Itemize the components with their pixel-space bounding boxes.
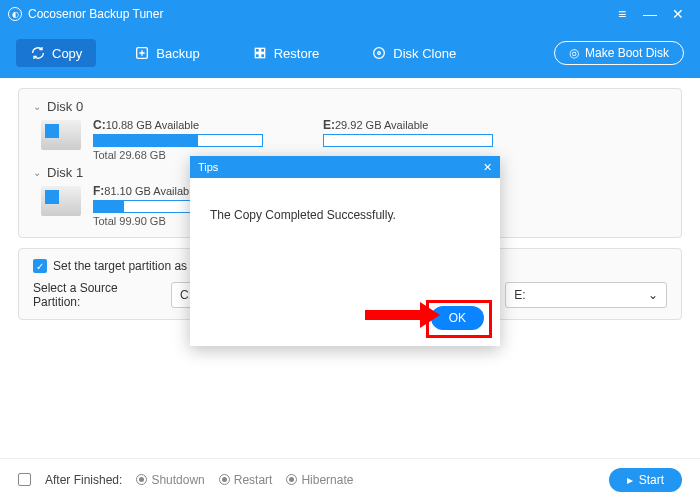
title-bar: ◐ Cocosenor Backup Tuner ≡ — ✕ xyxy=(0,0,700,28)
diskclone-tab[interactable]: Disk Clone xyxy=(357,39,470,67)
chevron-down-icon: ⌄ xyxy=(648,288,658,302)
after-finished-label: After Finished: xyxy=(45,473,122,487)
hibernate-label: Hibernate xyxy=(301,473,353,487)
ok-label: OK xyxy=(449,311,466,325)
windows-icon xyxy=(45,190,59,204)
usage-bar xyxy=(93,134,263,147)
dialog-title: Tips xyxy=(198,161,218,173)
main-toolbar: Copy Backup Restore Disk Clone ◎ Make Bo… xyxy=(0,28,700,78)
make-boot-disk-button[interactable]: ◎ Make Boot Disk xyxy=(554,41,684,65)
restart-radio[interactable]: Restart xyxy=(219,473,273,487)
play-icon: ▸ xyxy=(627,473,633,487)
svg-rect-1 xyxy=(255,48,259,52)
svg-point-6 xyxy=(378,52,381,55)
tips-dialog: Tips ✕ The Copy Completed Successfully. … xyxy=(190,156,500,346)
drive-letter: F: xyxy=(93,184,104,198)
svg-rect-2 xyxy=(260,48,264,52)
hibernate-radio[interactable]: Hibernate xyxy=(286,473,353,487)
chevron-down-icon: ⌄ xyxy=(33,101,41,112)
copy-tab[interactable]: Copy xyxy=(16,39,96,67)
disc-icon: ◎ xyxy=(569,46,579,60)
disk-header[interactable]: ⌄ Disk 0 xyxy=(33,95,667,118)
target-partition-select[interactable]: E: ⌄ xyxy=(505,282,667,308)
footer-bar: After Finished: Shutdown Restart Hiberna… xyxy=(0,458,700,500)
copy-label: Copy xyxy=(52,46,82,61)
app-title: Cocosenor Backup Tuner xyxy=(28,7,608,21)
disk-row: C:10.88 GB Available Total 29.68 GB E:29… xyxy=(33,118,667,161)
svg-rect-3 xyxy=(255,54,259,58)
chevron-down-icon: ⌄ xyxy=(33,167,41,178)
drive-available: 29.92 GB Available xyxy=(335,119,428,131)
backup-icon xyxy=(134,45,150,61)
usage-bar xyxy=(323,134,493,147)
ok-button[interactable]: OK xyxy=(431,306,484,330)
restore-label: Restore xyxy=(274,46,320,61)
restart-label: Restart xyxy=(234,473,273,487)
drive-letter: E: xyxy=(323,118,335,132)
disk-name: Disk 0 xyxy=(47,99,83,114)
diskclone-label: Disk Clone xyxy=(393,46,456,61)
drive-icon xyxy=(41,120,81,150)
backup-tab[interactable]: Backup xyxy=(120,39,213,67)
windows-icon xyxy=(45,124,59,138)
shutdown-radio[interactable]: Shutdown xyxy=(136,473,204,487)
backup-label: Backup xyxy=(156,46,199,61)
svg-point-5 xyxy=(374,48,385,59)
dialog-message: The Copy Completed Successfully. xyxy=(190,178,500,222)
disk-name: Disk 1 xyxy=(47,165,83,180)
close-button[interactable]: ✕ xyxy=(664,6,692,22)
drive-item[interactable]: C:10.88 GB Available Total 29.68 GB xyxy=(93,118,263,161)
minimize-button[interactable]: — xyxy=(636,6,664,22)
shutdown-label: Shutdown xyxy=(151,473,204,487)
start-label: Start xyxy=(639,473,664,487)
copy-icon xyxy=(30,45,46,61)
bootdisk-label: Make Boot Disk xyxy=(585,46,669,60)
restore-tab[interactable]: Restore xyxy=(238,39,334,67)
drive-item[interactable]: E:29.92 GB Available xyxy=(323,118,493,161)
start-button[interactable]: ▸ Start xyxy=(609,468,682,492)
target-value: E: xyxy=(514,288,525,302)
after-finished-checkbox[interactable] xyxy=(18,473,31,486)
drive-letter: C: xyxy=(93,118,106,132)
dialog-header: Tips ✕ xyxy=(190,156,500,178)
source-partition-label: Select a Source Partition: xyxy=(33,281,161,309)
drive-available: 10.88 GB Available xyxy=(106,119,199,131)
diskclone-icon xyxy=(371,45,387,61)
drive-available: 81.10 GB Available xyxy=(104,185,197,197)
svg-rect-4 xyxy=(260,54,264,58)
restore-icon xyxy=(252,45,268,61)
drive-icon xyxy=(41,186,81,216)
app-logo-icon: ◐ xyxy=(8,7,22,21)
menu-icon[interactable]: ≡ xyxy=(608,6,636,22)
checkbox-checked-icon: ✓ xyxy=(33,259,47,273)
dialog-close-icon[interactable]: ✕ xyxy=(483,161,492,174)
